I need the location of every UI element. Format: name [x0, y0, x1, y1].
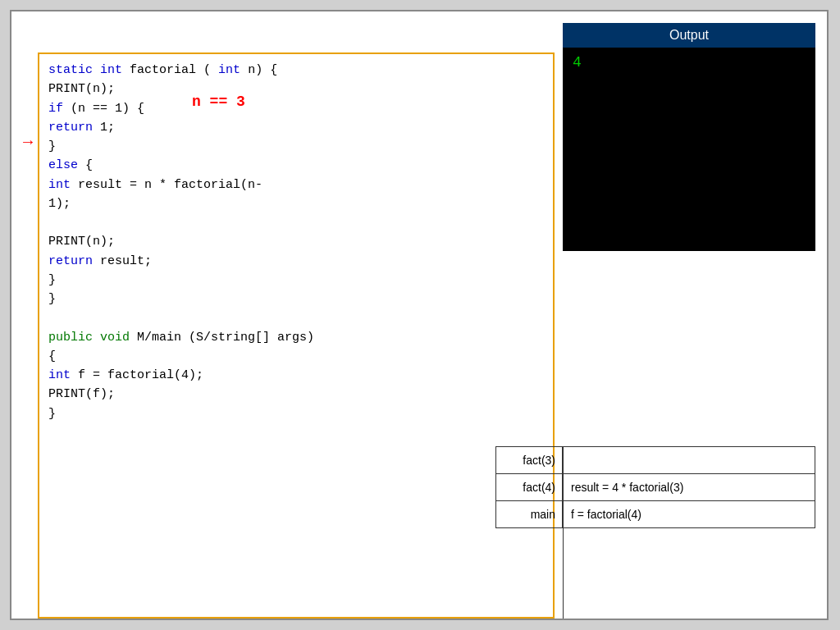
code-line-4: return 1; — [48, 118, 557, 137]
code-line-9 — [48, 213, 557, 232]
code-line-5: } — [48, 137, 557, 156]
stack-cell-main: f = factorial(4) — [562, 501, 815, 527]
output-title: Output — [563, 23, 815, 48]
code-line-16: { — [48, 347, 557, 366]
output-panel: Output 4 — [563, 23, 815, 261]
stack-label-fact3: fact(3) — [496, 447, 562, 473]
code-line-3: if (n == 1) { — [48, 99, 557, 118]
kw-public: public — [48, 331, 93, 345]
kw-void: void — [100, 331, 130, 345]
code-line-10: PRINT(n); — [48, 232, 557, 251]
code-line-7: int result = n * factorial(n- — [48, 176, 557, 194]
call-stack-table: fact(3) fact(4) result = 4 * factorial(3… — [495, 446, 815, 528]
outer-frame: Output 4 → n == 3 static int factorial (… — [10, 10, 829, 620]
code-line-2: PRINT(n); — [48, 80, 557, 98]
kw-int-1: int — [100, 63, 122, 77]
stack-row-fact4: fact(4) result = 4 * factorial(3) — [496, 474, 815, 501]
kw-int-3: int — [48, 178, 71, 192]
stack-label-main: main — [496, 501, 562, 527]
stack-label-fact4: fact(4) — [496, 474, 562, 500]
stack-cell-fact3 — [562, 447, 815, 473]
kw-return-1: return — [48, 121, 93, 135]
kw-int-2: int — [218, 63, 240, 77]
stack-row-main: main f = factorial(4) — [496, 501, 815, 528]
code-line-12: } — [48, 271, 557, 290]
stack-cell-fact4: result = 4 * factorial(3) — [562, 474, 815, 500]
code-line-1: static int factorial ( int n) { — [48, 61, 557, 80]
code-line-17: int f = factorial(4); — [48, 366, 557, 385]
kw-int-4: int — [48, 368, 71, 382]
code-line-8: 1); — [48, 194, 557, 213]
code-line-13: } — [48, 290, 557, 308]
code-line-14 — [48, 308, 557, 327]
output-screen: 4 — [563, 48, 815, 251]
code-line-19: } — [48, 404, 557, 423]
kw-else: else — [48, 158, 78, 172]
kw-static: static — [48, 63, 93, 77]
execution-arrow: → — [23, 133, 33, 152]
code-line-11: return result; — [48, 252, 557, 271]
code-line-18: PRINT(f); — [48, 385, 557, 404]
code-line-15: public void M/main (S/string[] args) — [48, 328, 557, 347]
kw-if: if — [48, 102, 63, 116]
kw-return-2: return — [48, 254, 93, 268]
code-line-6: else { — [48, 156, 557, 175]
code-area: static int factorial ( int n) { PRINT(n)… — [48, 61, 557, 423]
vertical-divider — [563, 446, 564, 619]
call-stack: fact(3) fact(4) result = 4 * factorial(3… — [495, 446, 815, 528]
output-value: 4 — [573, 54, 582, 71]
stack-row-fact3: fact(3) — [496, 447, 815, 474]
